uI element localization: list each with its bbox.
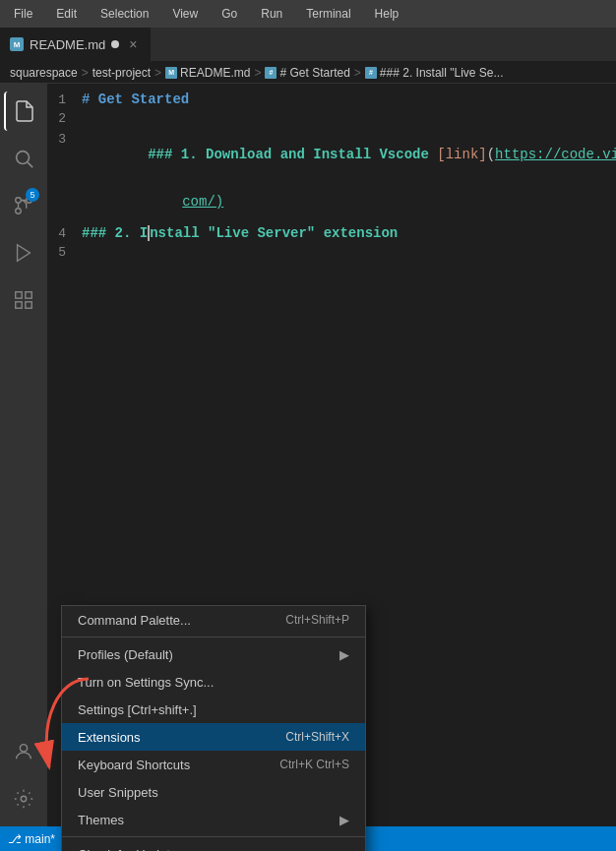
breadcrumb-h3[interactable]: # ### 2. Install "Live Se... (365, 66, 504, 80)
svg-point-2 (16, 198, 22, 204)
ctx-sync[interactable]: Turn on Settings Sync... (62, 668, 365, 696)
tab-file-icon: M (10, 37, 24, 51)
ctx-snippets-label: User Snippets (78, 785, 158, 800)
ctx-profiles-label: Profiles (Default) (78, 647, 173, 662)
code-paren-open: ( (487, 147, 495, 162)
svg-rect-8 (16, 302, 22, 308)
svg-point-11 (21, 796, 27, 802)
ctx-settings[interactable]: Settings [Ctrl+shift+.] (62, 696, 365, 723)
svg-rect-7 (26, 292, 31, 298)
code-link-text: [link] (437, 147, 486, 162)
code-line-3: 3 ### 1. Download and Install Vscode [li… (47, 131, 616, 178)
menu-file[interactable]: File (8, 5, 38, 23)
breadcrumb-h1-icon: # (265, 67, 277, 79)
ctx-profiles[interactable]: Profiles (Default) ▶ (62, 640, 365, 668)
svg-rect-9 (26, 302, 31, 308)
tab-close-button[interactable]: × (125, 36, 141, 52)
ctx-check-updates-label: Check for Updates... (78, 847, 195, 852)
line-num-2: 2 (47, 111, 82, 126)
ctx-sep-2 (62, 836, 365, 837)
ctx-themes-arrow: ▶ (339, 813, 349, 827)
breadcrumb-sep-1: > (82, 66, 89, 80)
ctx-settings-label: Settings [Ctrl+shift+.] (78, 702, 197, 717)
breadcrumb-readme[interactable]: M README.md (165, 66, 250, 80)
status-branch[interactable]: ⎇ main* (8, 832, 55, 846)
ctx-snippets[interactable]: User Snippets (62, 778, 365, 806)
line-content-3b: com/) (82, 178, 606, 225)
breadcrumb-sep-4: > (354, 66, 361, 80)
tab-readme[interactable]: M README.md × (0, 28, 152, 62)
line-num-1: 1 (47, 92, 82, 107)
svg-rect-6 (16, 292, 22, 298)
menu-view[interactable]: View (166, 5, 204, 23)
code-line-3b: com/) (47, 178, 616, 225)
code-line-5: 5 (47, 245, 616, 265)
source-control-icon[interactable]: 5 (4, 186, 43, 225)
menu-bar: File Edit Selection View Go Run Terminal… (0, 0, 616, 28)
ctx-extensions[interactable]: Extensions Ctrl+Shift+X (62, 723, 365, 751)
tab-label: README.md (30, 37, 105, 52)
ctx-command-palette-label: Command Palette... (78, 613, 191, 628)
menu-go[interactable]: Go (216, 5, 243, 23)
svg-point-4 (16, 209, 22, 214)
ctx-themes-label: Themes (78, 813, 124, 827)
line-num-3: 3 (47, 132, 82, 147)
breadcrumb: squarespace > test-project > M README.md… (0, 62, 616, 84)
svg-point-0 (17, 152, 30, 164)
ctx-keyboard[interactable]: Keyboard Shortcuts Ctrl+K Ctrl+S (62, 751, 365, 778)
settings-icon[interactable] (4, 779, 43, 819)
ctx-keyboard-label: Keyboard Shortcuts (78, 758, 190, 772)
menu-run[interactable]: Run (255, 5, 288, 23)
ctx-sep-1 (62, 637, 365, 638)
ctx-themes[interactable]: Themes ▶ (62, 806, 365, 833)
line-num-4: 4 (47, 226, 82, 241)
menu-edit[interactable]: Edit (50, 5, 83, 23)
line-content-3[interactable]: ### 1. Download and Install Vscode [link… (82, 131, 616, 178)
activity-bar-bottom (4, 732, 43, 826)
tab-modified-dot (111, 40, 119, 48)
breadcrumb-test-project[interactable]: test-project (92, 66, 151, 80)
activity-bar: 5 (0, 84, 47, 826)
breadcrumb-squarespace[interactable]: squarespace (10, 66, 78, 80)
ctx-profiles-arrow: ▶ (339, 647, 349, 662)
breadcrumb-sep-2: > (154, 66, 161, 80)
line-content-4[interactable]: ### 2. Install "Live Server" extension (82, 225, 606, 241)
breadcrumb-h3-icon: # (365, 67, 377, 79)
ctx-extensions-label: Extensions (78, 730, 141, 745)
tab-bar: M README.md × (0, 28, 616, 62)
code-h3-1: ### 1. Download and Install Vscode (148, 147, 437, 162)
source-control-badge: 5 (26, 188, 39, 202)
line-content-1[interactable]: # Get Started (82, 91, 606, 107)
files-icon[interactable] (4, 91, 43, 131)
ctx-keyboard-shortcut: Ctrl+K Ctrl+S (279, 758, 349, 771)
menu-terminal[interactable]: Terminal (300, 5, 356, 23)
code-line-1: 1 # Get Started (47, 91, 616, 111)
ctx-command-palette-shortcut: Ctrl+Shift+P (285, 613, 349, 627)
svg-point-10 (20, 745, 27, 752)
account-icon[interactable] (4, 732, 43, 771)
menu-selection[interactable]: Selection (94, 5, 154, 23)
search-icon[interactable] (4, 139, 43, 178)
ctx-check-updates[interactable]: Check for Updates... (62, 840, 365, 851)
ctx-command-palette[interactable]: Command Palette... Ctrl+Shift+P (62, 606, 365, 634)
svg-marker-5 (18, 245, 31, 262)
breadcrumb-h1[interactable]: # # Get Started (265, 66, 349, 80)
code-line-2: 2 (47, 111, 616, 131)
breadcrumb-sep-3: > (254, 66, 261, 80)
svg-line-1 (28, 162, 32, 167)
extensions-icon[interactable] (4, 280, 43, 320)
debug-icon[interactable] (4, 233, 43, 273)
context-menu: Command Palette... Ctrl+Shift+P Profiles… (61, 605, 366, 851)
code-url-cont: com/) (148, 194, 223, 210)
menu-help[interactable]: Help (369, 5, 405, 23)
ctx-sync-label: Turn on Settings Sync... (78, 675, 214, 690)
code-url: https://code.visu... (495, 147, 616, 162)
ctx-extensions-shortcut: Ctrl+Shift+X (285, 730, 349, 744)
line-num-5: 5 (47, 245, 82, 260)
code-line-4: 4 ### 2. Install "Live Server" extension (47, 225, 616, 245)
breadcrumb-file-icon: M (165, 67, 177, 79)
